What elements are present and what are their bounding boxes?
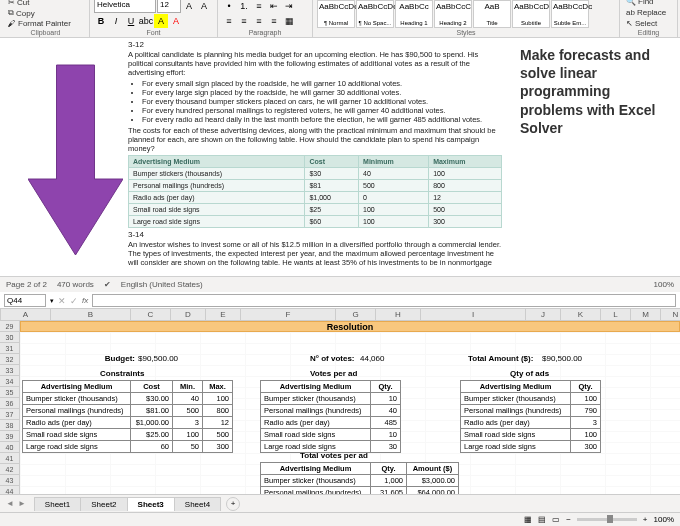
col-header[interactable]: D <box>171 309 206 320</box>
style-item[interactable]: AaBbCcDcSubtle Em... <box>551 0 589 28</box>
col-header[interactable]: J <box>526 309 561 320</box>
align-right-button[interactable]: ≡ <box>252 14 266 28</box>
styles-gallery[interactable]: AaBbCcDc¶ NormalAaBbCcDc¶ No Spac...AaBb… <box>317 0 589 28</box>
col-header[interactable]: A <box>1 309 51 320</box>
word-count[interactable]: 470 words <box>57 280 94 289</box>
row-headers[interactable]: 2930313233343536373839404142434445464748… <box>0 321 20 494</box>
font-color-button[interactable]: A <box>169 14 183 28</box>
votes-table[interactable]: Advertising MediumQty.Bumper sticker (th… <box>260 380 401 453</box>
row-header[interactable]: 35 <box>0 387 20 398</box>
style-item[interactable]: AaBbCcDSubtitle <box>512 0 550 28</box>
style-item[interactable]: AaBbCcCHeading 2 <box>434 0 472 28</box>
row-header[interactable]: 37 <box>0 409 20 420</box>
cancel-icon[interactable]: ✕ <box>58 296 66 306</box>
row-header[interactable]: 44 <box>0 486 20 494</box>
find-button[interactable]: 🔍Find <box>624 0 656 6</box>
justify-button[interactable]: ≡ <box>267 14 281 28</box>
style-item[interactable]: AaBbCcHeading 1 <box>395 0 433 28</box>
format-painter-button[interactable]: 🖌Format Painter <box>6 19 73 28</box>
sheet-tab[interactable]: Sheet1 <box>34 497 81 511</box>
col-header[interactable]: C <box>131 309 171 320</box>
row-header[interactable]: 42 <box>0 464 20 475</box>
zoom-out-icon[interactable]: − <box>566 515 571 524</box>
col-header[interactable]: F <box>241 309 336 320</box>
row-header[interactable]: 31 <box>0 343 20 354</box>
excel-sheet[interactable]: ABCDEFGHIJKLMN 2930313233343536373839404… <box>0 309 680 494</box>
italic-button[interactable]: I <box>109 14 123 28</box>
chevron-down-icon[interactable]: ▾ <box>50 297 54 305</box>
col-header[interactable]: N <box>661 309 680 320</box>
word-document-page[interactable]: 3-12 A political candidate is planning h… <box>120 38 510 276</box>
row-header[interactable]: 32 <box>0 354 20 365</box>
view-normal-icon[interactable]: ▦ <box>524 515 532 524</box>
shading-button[interactable]: ▦ <box>282 14 296 28</box>
totals-table[interactable]: Advertising MediumQty.Amount ($)Bumper s… <box>260 462 459 494</box>
col-header[interactable]: H <box>376 309 421 320</box>
zoom-in-icon[interactable]: + <box>643 515 648 524</box>
formula-bar[interactable] <box>92 294 676 307</box>
name-box[interactable]: Q44 <box>4 294 46 307</box>
row-header[interactable]: 33 <box>0 365 20 376</box>
underline-button[interactable]: U <box>124 14 138 28</box>
row-header[interactable]: 40 <box>0 442 20 453</box>
shrink-font-button[interactable]: A <box>197 0 211 13</box>
view-break-icon[interactable]: ▭ <box>552 515 560 524</box>
select-button[interactable]: ↖Select <box>624 19 659 28</box>
col-header[interactable]: G <box>336 309 376 320</box>
new-sheet-button[interactable]: + <box>226 497 240 511</box>
fx-icon[interactable]: fx <box>82 296 88 305</box>
col-header[interactable]: M <box>631 309 661 320</box>
row-header[interactable]: 41 <box>0 453 20 464</box>
row-header[interactable]: 29 <box>0 321 20 332</box>
multilevel-button[interactable]: ≡ <box>252 0 266 13</box>
bullet-item: For every large sign placed by the roads… <box>142 88 502 97</box>
language-indicator[interactable]: English (United States) <box>121 280 203 289</box>
tab-prev-icon[interactable]: ◄ <box>6 499 14 508</box>
purple-arrow-shape[interactable] <box>28 60 123 260</box>
cell-grid[interactable]: Resolution Budget: $90,500.00 N° of vote… <box>20 321 680 494</box>
zoom-slider[interactable] <box>577 518 637 521</box>
col-header[interactable]: E <box>206 309 241 320</box>
row-header[interactable]: 43 <box>0 475 20 486</box>
style-item[interactable]: AaBbCcDc¶ Normal <box>317 0 355 28</box>
highlight-button[interactable]: A <box>154 14 168 28</box>
column-headers[interactable]: ABCDEFGHIJKLMN <box>0 309 680 321</box>
numbering-button[interactable]: 1. <box>237 0 251 13</box>
style-item[interactable]: AaBTitle <box>473 0 511 28</box>
row-header[interactable]: 36 <box>0 398 20 409</box>
bullets-button[interactable]: • <box>222 0 236 13</box>
replace-button[interactable]: abReplace <box>624 8 668 17</box>
row-header[interactable]: 39 <box>0 431 20 442</box>
bold-button[interactable]: B <box>94 14 108 28</box>
increase-indent-button[interactable]: ⇥ <box>282 0 296 13</box>
row-header[interactable]: 38 <box>0 420 20 431</box>
copy-button[interactable]: ⧉Copy <box>6 8 73 18</box>
sheet-tab[interactable]: Sheet3 <box>127 497 175 511</box>
align-center-button[interactable]: ≡ <box>237 14 251 28</box>
col-header[interactable]: B <box>51 309 131 320</box>
col-header[interactable]: L <box>601 309 631 320</box>
view-layout-icon[interactable]: ▤ <box>538 515 546 524</box>
qty-table[interactable]: Advertising MediumQty.Bumper sticker (th… <box>460 380 601 453</box>
cut-button[interactable]: ✂Cut <box>6 0 73 7</box>
word-zoom[interactable]: 100% <box>654 280 674 289</box>
col-header[interactable]: I <box>421 309 526 320</box>
constraints-table[interactable]: Advertising MediumCostMin.Max.Bumper sti… <box>22 380 233 453</box>
decrease-indent-button[interactable]: ⇤ <box>267 0 281 13</box>
row-header[interactable]: 30 <box>0 332 20 343</box>
row-header[interactable]: 34 <box>0 376 20 387</box>
style-item[interactable]: AaBbCcDc¶ No Spac... <box>356 0 394 28</box>
sheet-tab[interactable]: Sheet2 <box>80 497 127 511</box>
align-left-button[interactable]: ≡ <box>222 14 236 28</box>
strike-button[interactable]: abc <box>139 14 153 28</box>
font-size-select[interactable]: 12 <box>157 0 181 13</box>
col-header[interactable]: K <box>561 309 601 320</box>
font-name-select[interactable]: Helvetica <box>94 0 156 13</box>
page-indicator[interactable]: Page 2 of 2 <box>6 280 47 289</box>
excel-zoom[interactable]: 100% <box>654 515 674 524</box>
proofing-icon[interactable]: ✔ <box>104 280 111 289</box>
enter-icon[interactable]: ✓ <box>70 296 78 306</box>
sheet-tab[interactable]: Sheet4 <box>174 497 221 511</box>
grow-font-button[interactable]: A <box>182 0 196 13</box>
tab-next-icon[interactable]: ► <box>18 499 26 508</box>
